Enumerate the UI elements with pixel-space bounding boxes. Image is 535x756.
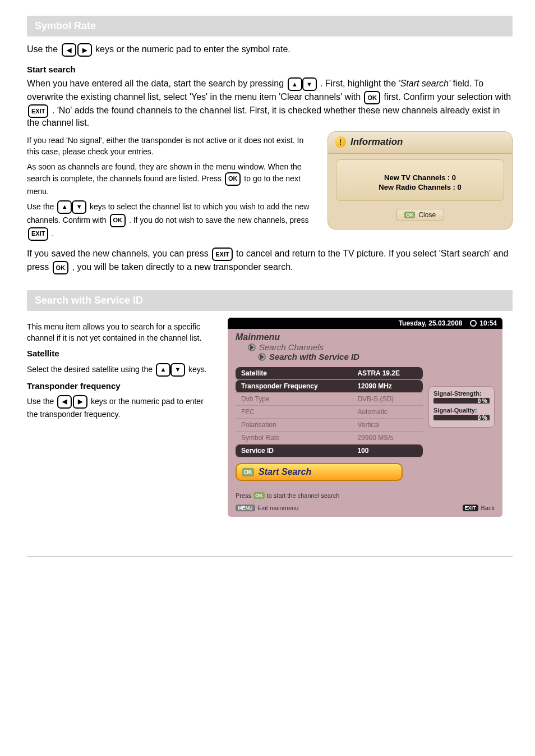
param-value: ASTRA 19.2E [352,367,423,380]
section-header-service-id: Search with Service ID [27,290,513,311]
section-header-symbol-rate: Symbol Rate [27,16,513,36]
ok-badge-icon: OK [404,212,416,218]
close-button-label: Close [418,211,436,219]
back-button[interactable]: EXIT Back [463,505,495,511]
page-rule [27,556,513,557]
bottom-bar: MENU Exit mainmenu EXIT Back [228,502,502,517]
ok-badge-icon: OK [253,492,265,499]
nosignal-p1: If you read 'No signal', either the tran… [27,135,312,158]
signal-quality-label: Signal-Quality: [433,407,490,414]
table-row[interactable]: SatelliteASTRA 19.2E [236,367,423,380]
ok-badge-icon: OK [242,468,254,476]
menu-key-icon: MENU [236,505,255,511]
information-dialog-figure: ! Information New TV Channels : 0 New Ra… [328,131,513,230]
back-label: Back [481,505,495,511]
param-value: Vertical [352,419,423,432]
breadcrumb-l1: Mainmenu [236,332,495,342]
start-search-label: Start Search [259,467,311,477]
new-radio-channels-line: New Radio Channels : 0 [342,183,498,191]
system-time: 10:54 [479,319,497,327]
exit-mainmenu-button[interactable]: MENU Exit mainmenu [236,505,298,511]
subhead-satellite: Satellite [27,347,212,360]
param-key: Satellite [236,367,352,380]
breadcrumb-arrow-icon [258,353,266,361]
table-row[interactable]: FECAutomatic [236,406,423,419]
system-bar: Tuesday, 25.03.2008 10:54 [228,318,502,329]
exit-key-icon: EXIT [212,248,232,261]
table-row[interactable]: Service ID100 [236,445,423,457]
subhead-transponder-frequency: Transponder frequency [27,380,212,392]
exit-mainmenu-label: Exit mainmenu [258,505,299,511]
signal-quality-bar: 0 % [433,415,490,420]
param-value: DVB-S (SD) [352,393,423,406]
nosignal-p2: As soon as channels are found, they are … [27,161,312,198]
startsearch-paragraph: When you have entered all the data, star… [27,77,513,128]
subhead-start-search: Start search [27,65,513,74]
up-down-key-icon: ▲▼ [57,200,86,214]
transponder-frequency-paragraph: Use the ◀▶ keys or the numeric pad to en… [27,395,212,420]
breadcrumb: Mainmenu Search Channels Search with Ser… [228,329,502,366]
up-down-key-icon: ▲▼ [156,363,185,377]
satellite-paragraph: Select the desired satellite using the ▲… [27,363,212,377]
ok-key-icon: OK [53,261,69,274]
signal-strength-bar: 0 % [433,398,490,404]
param-key: Dvb Type [236,393,352,406]
param-key: Symbol Rate [236,432,352,445]
ok-key-icon: OK [364,91,380,104]
dialog-titlebar: ! Information [328,132,512,154]
ok-key-icon: OK [225,172,241,186]
system-date: Tuesday, 25.03.2008 [399,319,463,327]
breadcrumb-l3: Search with Service ID [269,352,359,361]
section-title: Symbol Rate [35,20,96,31]
ok-key-icon: OK [110,214,126,227]
symbolrate-paragraph: Use the ◀▶ keys or the numeric pad to en… [27,43,513,57]
new-tv-channels-line: New TV Channels : 0 [342,173,498,182]
signal-panel: Signal-Strength: 0 % Signal-Quality: 0 % [428,386,495,428]
helper-text: Press OK to start the channel search [228,484,502,502]
up-down-key-icon: ▲▼ [288,77,317,91]
parameter-table: SatelliteASTRA 19.2ETransponder Frequenc… [236,367,423,457]
start-search-button[interactable]: OK Start Search [236,463,403,481]
dialog-title: Information [350,136,403,148]
left-right-key-icon: ◀▶ [57,395,87,409]
param-key: Transponder Frequency [236,380,352,393]
warning-icon: ! [335,136,346,148]
table-row[interactable]: Symbol Rate29900 MS/s [236,432,423,445]
table-row[interactable]: PolarisationVertical [236,419,423,432]
dialog-body: New TV Channels : 0 New Radio Channels :… [336,159,504,201]
exit-key-icon: EXIT [28,104,48,118]
nosignal-p3: Use the ▲▼ keys to select the channel li… [27,200,312,241]
exit-key-icon: EXIT [463,505,478,511]
clock-icon [470,320,477,327]
exit-key-icon: EXIT [28,227,48,241]
breadcrumb-arrow-icon [248,343,256,351]
param-key: Polarisation [236,419,352,432]
param-value: 100 [352,445,423,457]
param-value: 29900 MS/s [352,432,423,445]
param-value: Automatic [352,406,423,419]
table-row[interactable]: Transponder Frequency12090 MHz [236,380,423,393]
search-service-id-menu-figure: Tuesday, 25.03.2008 10:54 Mainmenu Searc… [228,318,502,517]
table-row[interactable]: Dvb TypeDVB-S (SD) [236,393,423,406]
serviceid-intro: This menu item allows you to search for … [27,321,212,344]
param-key: FEC [236,406,352,419]
signal-strength-label: Signal-Strength: [433,390,490,397]
breadcrumb-l2: Search Channels [259,342,324,352]
section-title: Search with Service ID [35,295,143,306]
save-paragraph: If you saved the new channels, you can p… [27,248,513,274]
left-right-key-icon: ◀▶ [62,43,92,57]
param-key: Service ID [236,445,352,457]
param-value: 12090 MHz [352,380,423,393]
close-button[interactable]: OK Close [396,209,444,221]
